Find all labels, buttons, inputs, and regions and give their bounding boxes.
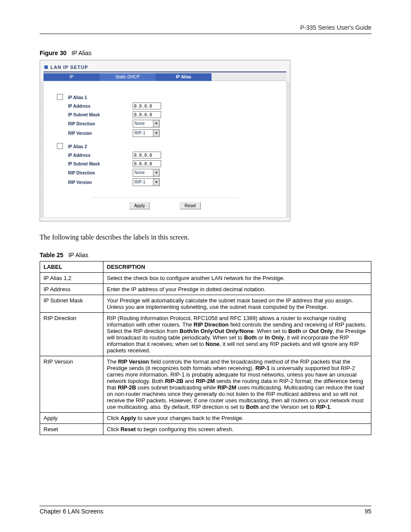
row-description: The RIP Version field controls the forma…: [103, 356, 371, 413]
chevron-down-icon: [153, 169, 159, 176]
rip-direction-select-1[interactable]: None: [133, 120, 160, 128]
rip-direction-label-1: RIP Direction: [68, 121, 133, 126]
tab-ip-alias[interactable]: IP Alias: [156, 73, 212, 81]
subnet-mask-label-2: IP Subnet Mask: [68, 162, 133, 166]
row-description: Enter the IP address of your Prestige in…: [103, 284, 371, 295]
table-caption: Table 25 IP Alias: [40, 252, 371, 258]
ip-address-label-1: IP Address: [68, 104, 133, 109]
footer-chapter: Chapter 6 LAN Screens: [40, 508, 103, 515]
row-label: RIP Version: [40, 356, 103, 413]
rip-version-label-2: RIP Version: [68, 180, 133, 185]
table-row: IP Alias 1,2Select the check box to conf…: [40, 273, 371, 284]
row-description: Your Prestige will automatically calcula…: [103, 295, 371, 313]
ip-alias-1-row: IP Alias 1: [44, 93, 286, 102]
chevron-down-icon: [153, 130, 159, 137]
col-label: LABEL: [40, 261, 103, 273]
footer-page-number: 95: [364, 508, 371, 515]
row-label: IP Subnet Mask: [40, 295, 103, 313]
row-label: IP Address: [40, 284, 103, 295]
panel-bullet-icon: [44, 65, 48, 69]
ip-address-input-1[interactable]: [133, 103, 161, 109]
row-label: Apply: [40, 413, 103, 424]
rip-version-label-1: RIP Version: [68, 131, 133, 136]
row-label: Reset: [40, 424, 103, 435]
screenshot-panel: LAN IP SETUP IP Static DHCP IP Alias IP …: [40, 60, 290, 221]
ip-alias-2-label: IP Alias 2: [68, 144, 133, 149]
row-label: IP Alias 1,2: [40, 273, 103, 284]
description-table: LABEL DESCRIPTION IP Alias 1,2Select the…: [40, 261, 371, 435]
panel-title: LAN IP SETUP: [44, 64, 286, 72]
rip-direction-select-2[interactable]: None: [133, 169, 160, 177]
ip-alias-2-checkbox[interactable]: [57, 143, 63, 149]
table-row: RIP VersionThe RIP Version field control…: [40, 356, 371, 413]
chevron-down-icon: [153, 120, 159, 127]
row-description: Select the check box to configure anothe…: [103, 273, 371, 284]
row-description: RIP (Routing Information Protocol, RFC10…: [103, 313, 371, 356]
subnet-mask-input-1[interactable]: [133, 111, 161, 118]
table-row: ApplyClick Apply to save your changes ba…: [40, 413, 371, 424]
ip-alias-2-row: IP Alias 2: [44, 142, 286, 151]
tab-ip[interactable]: IP: [44, 73, 100, 81]
row-description: Click Reset to begin configuring this sc…: [103, 424, 371, 435]
tab-static-dhcp[interactable]: Static DHCP: [100, 73, 156, 81]
ip-address-label-2: IP Address: [68, 153, 133, 158]
table-row: IP Subnet MaskYour Prestige will automat…: [40, 295, 371, 313]
col-description: DESCRIPTION: [103, 261, 371, 273]
table-row: IP AddressEnter the IP address of your P…: [40, 284, 371, 295]
rip-version-select-2[interactable]: RIP-1: [133, 178, 160, 186]
ip-address-input-2[interactable]: [133, 152, 161, 159]
reset-button[interactable]: Reset: [180, 202, 200, 209]
subnet-mask-input-2[interactable]: [133, 160, 161, 167]
row-label: RIP Direction: [40, 313, 103, 356]
table-row: RIP DirectionRIP (Routing Information Pr…: [40, 313, 371, 356]
rip-direction-label-2: RIP Direction: [68, 171, 133, 175]
intro-text: The following table describes the labels…: [40, 233, 371, 241]
form-area: IP Alias 1 IP Address IP Subnet Mask RIP…: [44, 81, 286, 218]
tab-bar: IP Static DHCP IP Alias: [44, 73, 286, 81]
chevron-down-icon: [153, 179, 159, 186]
running-header: P-335 Series User's Guide: [40, 24, 371, 34]
row-description: Click Apply to save your changes back to…: [103, 413, 371, 424]
figure-caption: Figure 30 IP Alias: [40, 50, 371, 56]
ip-alias-1-checkbox[interactable]: [57, 94, 63, 100]
rip-version-select-1[interactable]: RIP-1: [133, 129, 160, 137]
apply-button[interactable]: Apply: [129, 202, 149, 209]
subnet-mask-label-1: IP Subnet Mask: [68, 112, 133, 117]
table-row: ResetClick Reset to begin configuring th…: [40, 424, 371, 435]
ip-alias-1-label: IP Alias 1: [68, 95, 133, 100]
